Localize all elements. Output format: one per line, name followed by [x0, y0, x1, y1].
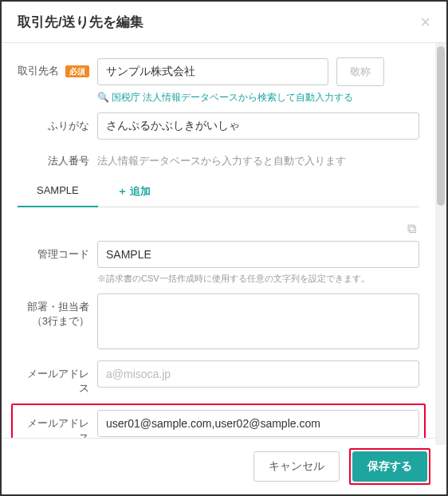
db-search-link[interactable]: 🔍国税庁 法人情報データベースから検索して自動入力する	[97, 91, 353, 104]
save-highlight: 保存する	[349, 448, 430, 485]
cc-label-1: メールアドレス	[18, 416, 89, 439]
dept-textarea[interactable]	[97, 293, 419, 349]
cancel-button[interactable]: キャンセル	[253, 451, 340, 482]
modal-title: 取引先/送り先を編集	[18, 13, 143, 31]
email-input[interactable]	[97, 360, 419, 388]
corpnum-label: 法人番号	[18, 148, 97, 168]
cc-highlight-box: メールアドレス （CC） メール送信時のCCに設定したメールアドレスを追加します…	[11, 403, 426, 439]
furigana-input[interactable]	[97, 112, 419, 140]
email-label: メールアドレス	[18, 360, 97, 396]
save-button[interactable]: 保存する	[352, 451, 427, 482]
code-label: 管理コード	[18, 241, 97, 262]
honorific-input[interactable]: 敬称	[336, 57, 384, 86]
name-label: 取引先名	[18, 65, 59, 77]
tab-add[interactable]: ＋ 追加	[98, 176, 171, 207]
required-badge: 必須	[65, 65, 89, 77]
copy-icon[interactable]: ⧉	[18, 222, 419, 236]
code-helper: ※請求書のCSV一括作成時に使用する任意の文字列を設定できます。	[97, 272, 419, 285]
dept-label-2: （3行まで）	[18, 314, 89, 329]
tab-sample[interactable]: SAMPLE	[18, 176, 98, 207]
code-input[interactable]	[97, 241, 419, 268]
dept-label-1: 部署・担当者	[18, 300, 89, 314]
cc-input[interactable]	[97, 410, 419, 437]
search-icon: 🔍	[97, 92, 109, 103]
furigana-label: ふりがな	[18, 112, 97, 133]
close-icon[interactable]: ×	[420, 14, 430, 31]
corpnum-text: 法人情報データベースから入力すると自動で入ります	[97, 148, 419, 168]
name-input[interactable]	[97, 58, 328, 85]
